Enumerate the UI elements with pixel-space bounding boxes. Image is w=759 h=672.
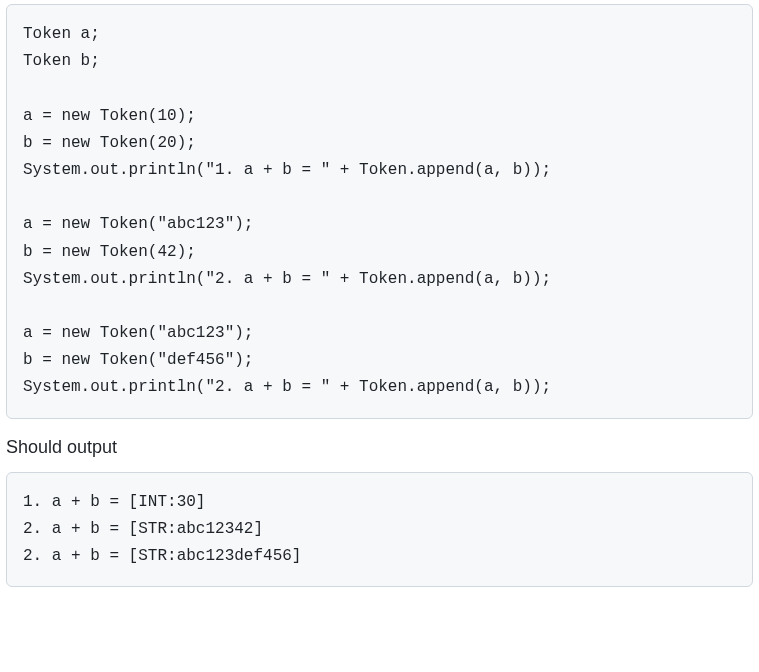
- code-block-input: Token a; Token b; a = new Token(10); b =…: [6, 4, 753, 419]
- code-block-output: 1. a + b = [INT:30] 2. a + b = [STR:abc1…: [6, 472, 753, 588]
- output-label: Should output: [6, 437, 753, 458]
